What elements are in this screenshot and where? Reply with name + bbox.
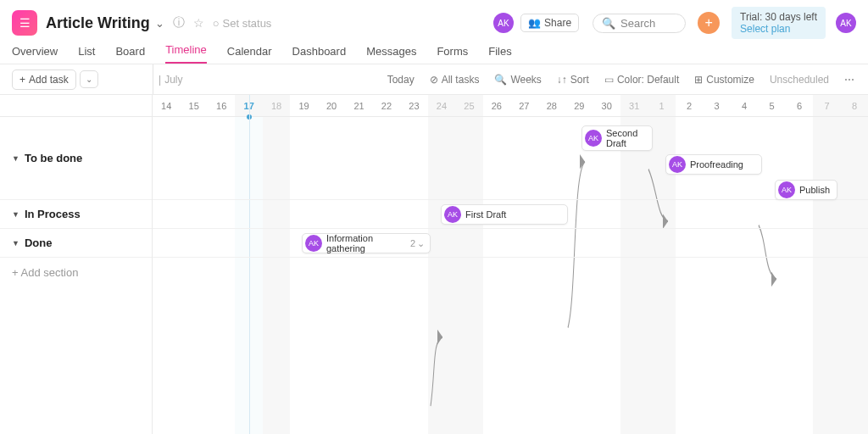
caret-down-icon: ▼ [12,239,19,248]
today-button[interactable]: Today [387,74,415,86]
date-18: 18 [263,95,290,116]
color-button[interactable]: ▭ Color: Default [604,74,679,86]
task-label: First Draft [465,209,506,220]
date-30: 30 [593,95,620,116]
subtask-count: 2 ⌄ [410,238,425,249]
star-icon[interactable]: ☆ [193,16,204,30]
tab-timeline[interactable]: Timeline [165,43,207,64]
month-label: | July [153,64,182,94]
search-input[interactable]: 🔍Search [593,14,686,33]
date-16: 16 [208,95,235,116]
task-publish[interactable]: AK Publish [775,180,837,200]
task-first-draft[interactable]: AK First Draft [441,204,568,225]
date-29: 29 [565,95,593,116]
user-avatar[interactable]: AK [836,13,856,33]
share-label: Share [544,17,571,29]
tab-overview[interactable]: Overview [12,45,58,64]
task-second-draft[interactable]: AK SecondDraft [581,125,653,151]
add-task-dropdown[interactable]: ⌄ [80,70,98,88]
project-title: Article Writing [46,14,150,32]
date-1: 1 [648,95,675,116]
tab-board[interactable]: Board [115,45,145,64]
date-15: 15 [180,95,207,116]
unscheduled-button[interactable]: Unscheduled [770,74,829,86]
member-avatar[interactable]: AK [493,13,514,33]
avatar: AK [444,206,461,223]
date-20: 20 [318,95,345,116]
chevron-down-icon[interactable]: ⌄ [155,17,164,30]
share-button[interactable]: 👥Share [520,14,579,32]
create-button[interactable]: + [698,12,720,34]
date-19: 19 [290,95,317,116]
caret-down-icon: ▼ [12,210,19,219]
svg-marker-3 [771,272,776,287]
zoom-weeks[interactable]: 🔍 Weeks [494,74,541,86]
people-icon: 👥 [528,17,541,29]
tab-calendar[interactable]: Calendar [227,45,272,64]
tab-dashboard[interactable]: Dashboard [292,45,347,64]
tab-files[interactable]: Files [488,45,511,64]
sort-button[interactable]: ↓↑ Sort [557,74,589,86]
date-21: 21 [345,95,372,116]
section-done[interactable]: ▼Done [0,229,152,258]
timeline-grid[interactable]: 1415161718192021222324252627282930311234… [153,95,868,434]
date-6: 6 [786,95,813,116]
add-section-button[interactable]: + Add section [0,258,152,287]
avatar: AK [585,130,602,147]
date-2: 2 [676,95,703,116]
date-3: 3 [703,95,730,116]
avatar: AK [669,156,686,173]
svg-marker-0 [437,330,442,345]
avatar: AK [778,181,795,198]
tab-list[interactable]: List [78,45,95,64]
set-status-button[interactable]: ○ Set status [213,17,272,30]
task-label: SecondDraft [606,128,637,148]
date-24: 24 [428,95,455,116]
view-tabs: Overview List Board Timeline Calendar Da… [0,39,868,64]
tab-messages[interactable]: Messages [366,45,416,64]
date-25: 25 [455,95,482,116]
task-label: Proofreading [690,159,743,170]
date-27: 27 [510,95,537,116]
all-tasks-filter[interactable]: ⊘ All tasks [430,74,480,86]
more-icon[interactable]: ⋯ [844,74,856,86]
date-14: 14 [153,95,180,116]
caret-down-icon: ▼ [12,154,19,163]
select-plan-link[interactable]: Select plan [740,23,817,35]
date-23: 23 [400,95,427,116]
info-icon[interactable]: ⓘ [173,15,185,31]
section-in-process[interactable]: ▼In Process [0,200,152,229]
task-label: Information gathering [326,233,406,253]
add-task-button[interactable]: + Add task [12,70,76,90]
date-7: 7 [813,95,840,116]
section-to-be-done[interactable]: ▼To be done [0,117,152,200]
search-icon: 🔍 [602,17,615,30]
set-status-label: Set status [223,17,272,30]
task-proofreading[interactable]: AK Proofreading [665,154,762,175]
task-information-gathering[interactable]: AK Information gathering 2 ⌄ [302,233,431,253]
date-28: 28 [538,95,565,116]
search-placeholder: Search [620,17,655,30]
date-8: 8 [841,95,868,116]
customize-button[interactable]: ⊞ Customize [694,74,754,86]
sections-sidebar: ▼To be done ▼In Process ▼Done + Add sect… [0,95,153,434]
date-4: 4 [731,95,758,116]
date-31: 31 [620,95,648,116]
app-logo[interactable]: ☰ [12,10,37,36]
task-label: Publish [799,185,830,195]
avatar: AK [305,235,322,252]
date-5: 5 [758,95,785,116]
date-22: 22 [373,95,400,116]
tab-forms[interactable]: Forms [437,45,468,64]
date-26: 26 [483,95,510,116]
trial-text: Trial: 30 days left [740,11,817,23]
trial-banner[interactable]: Trial: 30 days left Select plan [732,7,826,39]
